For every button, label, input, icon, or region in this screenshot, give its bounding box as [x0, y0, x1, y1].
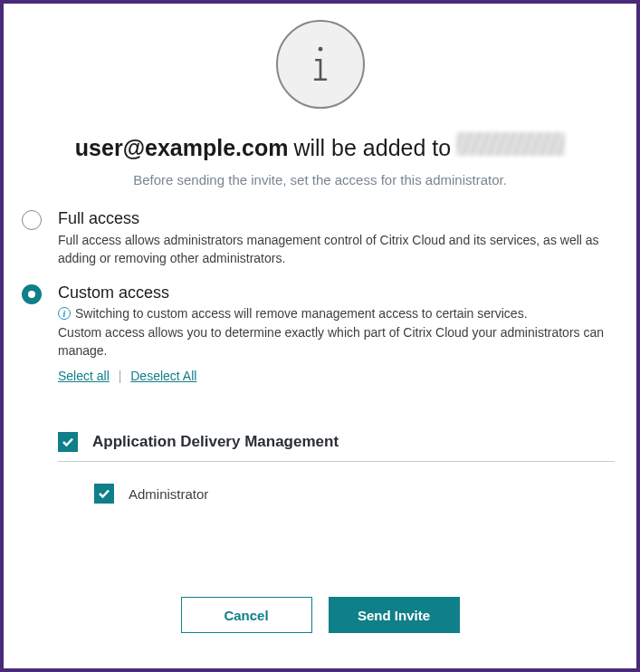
- custom-access-warning: Switching to custom access will remove m…: [75, 306, 528, 321]
- org-name-redacted: [456, 132, 565, 156]
- administrator-checkbox[interactable]: [94, 484, 114, 504]
- info-icon: [276, 20, 365, 109]
- adm-checkbox[interactable]: [58, 432, 78, 452]
- heading: user@example.com will be added to: [75, 132, 565, 161]
- custom-access-radio[interactable]: [22, 284, 42, 304]
- heading-middle: will be added to: [293, 135, 451, 161]
- permission-child-label: Administrator: [129, 486, 208, 502]
- dialog-header: user@example.com will be added to Before…: [22, 20, 618, 209]
- full-access-desc: Full access allows administrators manage…: [58, 232, 618, 267]
- heading-email: user@example.com: [75, 135, 289, 161]
- custom-access-title: Custom access: [58, 283, 618, 302]
- full-access-radio[interactable]: [22, 210, 42, 230]
- custom-access-option: Custom access i Switching to custom acce…: [22, 283, 618, 383]
- deselect-all-link[interactable]: Deselect All: [130, 369, 196, 383]
- select-links: Select all | Deselect All: [58, 369, 618, 383]
- info-icon-small: i: [58, 307, 71, 320]
- svg-point-0: [318, 47, 322, 52]
- full-access-title: Full access: [58, 209, 618, 228]
- subheading: Before sending the invite, set the acces…: [133, 172, 507, 187]
- permission-section: Application Delivery Management: [58, 416, 615, 462]
- cancel-button[interactable]: Cancel: [181, 597, 312, 633]
- dialog-footer: Cancel Send Invite: [22, 597, 618, 642]
- permissions-scroll-area[interactable]: Application Delivery Management Administ…: [58, 416, 618, 579]
- send-invite-button[interactable]: Send Invite: [329, 597, 460, 633]
- custom-access-warning-row: i Switching to custom access will remove…: [58, 306, 618, 321]
- select-all-link[interactable]: Select all: [58, 369, 110, 383]
- custom-access-desc: Custom access allows you to determine ex…: [58, 324, 618, 360]
- invite-admin-dialog: user@example.com will be added to Before…: [0, 0, 640, 672]
- full-access-option: Full access Full access allows administr…: [22, 209, 618, 267]
- permission-child-row: Administrator: [58, 469, 615, 518]
- permission-section-label: Application Delivery Management: [92, 433, 339, 451]
